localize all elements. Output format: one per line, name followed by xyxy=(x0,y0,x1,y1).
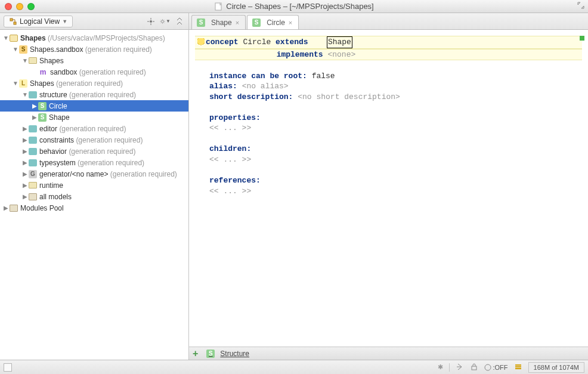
expand-icon[interactable]: ▼ xyxy=(12,80,19,86)
tree-node-constraints[interactable]: ▶ constraints (generation required) xyxy=(0,134,188,146)
tree-node-sandbox-model[interactable]: m sandbox (generation required) xyxy=(0,66,188,78)
expand-icon[interactable]: ▶ xyxy=(21,148,29,154)
main-area: ▼ Shapes (/Users/vaclav/MPSProjects/Shap… xyxy=(0,30,588,360)
tab-label: Shape xyxy=(211,18,232,27)
window-title-wrap: Circle – Shapes – [~/MPSProjects/Shapes] xyxy=(0,2,588,11)
tree-node-generator[interactable]: ▶ G generator/<no name> (generation requ… xyxy=(0,168,188,180)
aspect-icon xyxy=(29,91,37,98)
close-window-icon[interactable] xyxy=(5,3,12,10)
models-icon xyxy=(29,193,37,200)
tool-window-button[interactable] xyxy=(4,363,12,372)
bottom-tab-structure[interactable]: S Structure xyxy=(203,348,253,359)
concept-icon: S xyxy=(38,102,47,110)
tree-node-language[interactable]: ▼ L Shapes (generation required) xyxy=(0,78,188,89)
tree-node-runtime[interactable]: ▶ runtime xyxy=(0,180,188,191)
svg-rect-0 xyxy=(215,3,221,10)
folder-icon xyxy=(29,57,37,64)
value-short-desc[interactable]: <no short description> xyxy=(298,92,400,101)
tree-node-circle[interactable]: ▶ S Circle xyxy=(0,100,188,112)
memory-indicator[interactable]: 168M of 1074M xyxy=(528,362,584,373)
value-instance-root[interactable]: false xyxy=(312,72,335,81)
svg-rect-9 xyxy=(515,368,521,369)
label-alias: alias: xyxy=(209,82,237,91)
tree-node-modules-pool[interactable]: ▶ Modules Pool xyxy=(0,202,188,214)
scroll-from-source-button[interactable] xyxy=(146,16,156,27)
main-toolbar: Logical View ▼ ▼ S Shape × S Circle × xyxy=(0,13,588,30)
document-icon xyxy=(214,2,222,11)
tree-root[interactable]: ▼ Shapes (/Users/vaclav/MPSProjects/Shap… xyxy=(0,32,188,44)
expand-icon[interactable]: ▶ xyxy=(21,159,29,166)
window-title: Circle – Shapes – [~/MPSProjects/Shapes] xyxy=(226,2,373,11)
goto-icon[interactable] xyxy=(456,363,464,372)
modules-pool-icon xyxy=(10,205,18,212)
tree-label: generator/<no name> (generation required… xyxy=(39,170,177,178)
references-placeholder[interactable]: << ... >> xyxy=(209,187,251,196)
concept-editor[interactable]: concept Circle extends Shape implements … xyxy=(189,30,588,347)
expand-icon[interactable]: ▶ xyxy=(21,171,29,177)
expand-icon[interactable]: ▼ xyxy=(2,35,10,41)
settings-button[interactable]: ▼ xyxy=(160,16,171,27)
status-bar: ✱ :OFF 168M of 1074M xyxy=(0,360,588,374)
chevron-down-icon: ▼ xyxy=(62,18,67,24)
tree-label: editor (generation required) xyxy=(39,125,126,133)
window-controls xyxy=(5,3,35,10)
minimize-window-icon[interactable] xyxy=(16,3,23,10)
lock-icon[interactable] xyxy=(470,363,478,372)
implements-value[interactable]: <none> xyxy=(327,50,355,59)
children-placeholder[interactable]: << ... >> xyxy=(209,155,251,164)
collapse-all-button[interactable] xyxy=(174,16,185,27)
add-aspect-button[interactable]: + xyxy=(193,348,198,359)
svg-point-3 xyxy=(150,20,152,23)
tree-label: sandbox (generation required) xyxy=(50,68,146,76)
expand-icon[interactable]: ▶ xyxy=(31,103,38,109)
bottom-tab-label: Structure xyxy=(220,350,249,358)
tab-circle[interactable]: S Circle × xyxy=(247,15,299,29)
project-tree[interactable]: ▼ Shapes (/Users/vaclav/MPSProjects/Shap… xyxy=(0,30,189,360)
separator xyxy=(449,363,450,372)
tree-node-all-models[interactable]: ▶ all models xyxy=(0,191,188,202)
inspector-icon[interactable] xyxy=(514,363,522,372)
tab-label: Circle xyxy=(267,18,285,27)
concept-name[interactable]: Circle xyxy=(243,38,271,47)
extends-value[interactable]: Shape xyxy=(327,36,352,48)
tree-node-shapes-folder[interactable]: ▼ Shapes xyxy=(0,55,188,66)
tree-label: typesystem (generation required) xyxy=(39,159,144,167)
tree-node-structure[interactable]: ▼ structure (generation required) xyxy=(0,89,188,100)
expand-icon[interactable]: ▼ xyxy=(12,46,19,52)
expand-icon[interactable]: ▶ xyxy=(21,137,29,143)
concept-icon: S xyxy=(252,18,261,27)
window-titlebar: Circle – Shapes – [~/MPSProjects/Shapes] xyxy=(0,0,588,13)
expand-icon[interactable] xyxy=(577,2,584,11)
expand-icon[interactable]: ▶ xyxy=(21,182,29,188)
expand-icon[interactable]: ▶ xyxy=(21,193,29,200)
tree-node-editor[interactable]: ▶ editor (generation required) xyxy=(0,123,188,134)
kw-concept: concept xyxy=(206,38,239,47)
tree-node-behavior[interactable]: ▶ behavior (generation required) xyxy=(0,146,188,157)
expand-icon[interactable]: ▶ xyxy=(2,205,10,211)
properties-placeholder[interactable]: << ... >> xyxy=(209,123,251,132)
kw-implements: implements xyxy=(277,50,323,59)
value-alias[interactable]: <no alias> xyxy=(242,82,289,91)
intention-bulb-icon[interactable] xyxy=(197,38,205,47)
insert-mode-indicator[interactable]: :OFF xyxy=(484,364,508,371)
tree-node-sandbox-solution[interactable]: ▼ S Shapes.sandbox (generation required) xyxy=(0,44,188,55)
expand-icon[interactable]: ▼ xyxy=(21,57,29,64)
svg-rect-8 xyxy=(515,366,521,367)
progress-spinner-icon: ✱ xyxy=(438,363,443,371)
kw-extends: extends xyxy=(276,38,308,47)
chevron-down-icon: ▼ xyxy=(166,18,171,24)
expand-icon[interactable]: ▶ xyxy=(31,114,38,120)
svg-point-4 xyxy=(162,20,164,23)
close-icon[interactable]: × xyxy=(236,19,239,26)
zoom-window-icon[interactable] xyxy=(27,3,35,10)
close-icon[interactable]: × xyxy=(289,19,292,26)
view-selector[interactable]: Logical View ▼ xyxy=(4,16,73,27)
model-icon: m xyxy=(38,68,48,76)
project-toolbar: Logical View ▼ ▼ xyxy=(0,13,189,29)
tab-shape[interactable]: S Shape × xyxy=(191,15,246,29)
expand-icon[interactable]: ▼ xyxy=(21,91,29,98)
editor-panel: concept Circle extends Shape implements … xyxy=(189,30,588,360)
tree-node-typesystem[interactable]: ▶ typesystem (generation required) xyxy=(0,157,188,168)
expand-icon[interactable]: ▶ xyxy=(21,125,29,132)
tree-node-shape[interactable]: ▶ S Shape xyxy=(0,112,188,123)
